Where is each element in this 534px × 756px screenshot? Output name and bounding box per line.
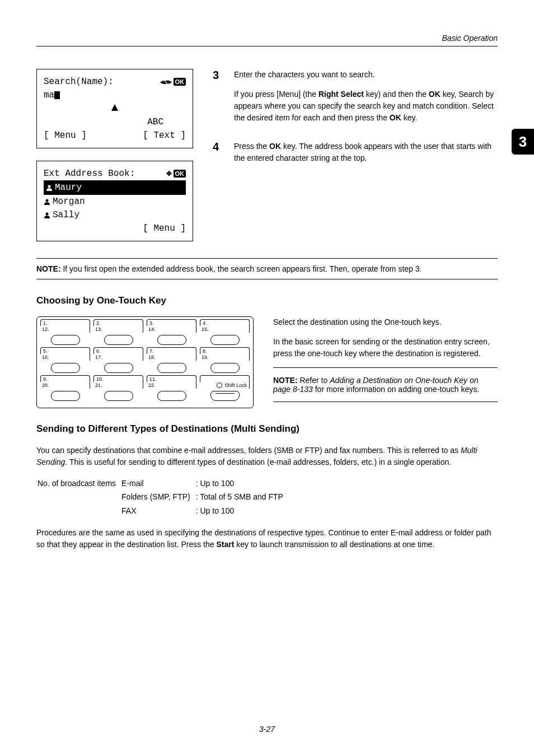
onetouch-key[interactable] [104, 363, 133, 373]
key-label: 2. [96, 320, 101, 326]
key-label: 19. [202, 354, 209, 360]
nav-ok-icon: ◂▴▾▸ OK [160, 77, 186, 87]
person-icon [44, 198, 50, 205]
divider [273, 367, 498, 368]
onetouch-p2: In the basic screen for sending or the d… [273, 336, 498, 360]
onetouch-key[interactable] [210, 335, 240, 345]
divider [273, 402, 498, 402]
step-4: 4 Press the OK key. The address book app… [213, 141, 498, 164]
onetouch-key[interactable] [51, 335, 80, 345]
onetouch-panel: 1.12. 2.13. 3.14. 4.15. 5.16. 6.17. 7.18… [36, 316, 254, 408]
broadcast-val: : Up to 100 [196, 477, 288, 489]
page-number: 3-27 [0, 725, 534, 734]
key-label: 22. [148, 382, 156, 388]
lcd-ab-item: Morgan [44, 195, 186, 208]
onetouch-key[interactable] [51, 391, 80, 401]
key-label: 20. [42, 382, 49, 388]
lcd-search-input: ma [44, 88, 186, 102]
key-label: 21. [95, 382, 102, 388]
key-label: 8. [203, 348, 207, 354]
heading-multisending: Sending to Different Types of Destinatio… [36, 423, 498, 435]
svg-point-2 [46, 212, 49, 215]
broadcast-label: No. of broadcast items [38, 477, 120, 489]
key-label: 3. [149, 320, 154, 326]
key-label: 14. [148, 326, 156, 332]
lcd-address-book: Ext Address Book: ✥ OK Maury Morgan Sall… [36, 161, 193, 241]
key-label: 1. [43, 320, 48, 326]
nav-ok-icon: ✥ OK [166, 169, 186, 179]
page-header: Basic Operation [36, 34, 498, 46]
shift-led-icon [217, 382, 222, 388]
lcd-search: Search(Name): ◂▴▾▸ OK ma ABC [ Menu ] [ … [36, 69, 193, 148]
chapter-tab: 3 [512, 129, 534, 155]
step-3: 3 Enter the characters you want to searc… [213, 69, 498, 124]
key-label: 16. [42, 354, 49, 360]
lcd-ab-item-selected: Maury [44, 180, 186, 195]
softkey-text: [ Text ] [143, 129, 186, 142]
shift-lock-key[interactable] [210, 391, 240, 401]
key-label: 4. [203, 320, 207, 326]
lcd-ab-title: Ext Address Book: [44, 167, 135, 180]
key-label: 6. [96, 348, 101, 354]
broadcast-key: Folders (SMP, FTP) [121, 491, 195, 503]
signal-icon [111, 104, 118, 111]
key-label: 18. [148, 354, 156, 360]
onetouch-key[interactable] [157, 335, 186, 345]
shift-lock-label: Shift Lock [224, 382, 247, 388]
onetouch-key[interactable] [210, 363, 240, 373]
header-title: Basic Operation [442, 34, 498, 43]
key-label: 9. [43, 376, 48, 382]
onetouch-key[interactable] [157, 391, 186, 401]
lcd-mode: ABC [147, 115, 163, 129]
lcd-search-title: Search(Name): [44, 75, 114, 88]
broadcast-key: FAX [121, 505, 195, 517]
softkey-menu: [ Menu ] [44, 129, 87, 142]
softkey-menu: [ Menu ] [143, 222, 186, 235]
onetouch-key[interactable] [104, 391, 133, 401]
svg-point-0 [48, 185, 51, 188]
step-3-text: Enter the characters you want to search. [234, 69, 498, 81]
heading-onetouch: Choosing by One-Touch Key [36, 295, 498, 306]
step-4-text: Press the OK key. The address book appea… [234, 141, 498, 164]
key-label: 17. [95, 354, 102, 360]
person-icon [46, 184, 53, 191]
onetouch-key[interactable] [104, 335, 133, 345]
multisending-p1: You can specify destinations that combin… [36, 445, 498, 468]
key-label: 7. [149, 348, 154, 354]
lcd-ab-item: Sally [44, 208, 186, 222]
key-label: 10. [96, 376, 104, 382]
onetouch-key[interactable] [157, 363, 186, 373]
onetouch-note: NOTE: Refer to Adding a Destination on O… [273, 376, 498, 394]
cursor-icon [54, 91, 60, 99]
lcd-stack: Search(Name): ◂▴▾▸ OK ma ABC [ Menu ] [ … [36, 69, 193, 241]
svg-point-1 [46, 199, 49, 202]
key-label: 5. [43, 348, 48, 354]
broadcast-key: E-mail [121, 477, 195, 489]
key-label: 11. [149, 376, 157, 382]
note-1-text: If you first open the extended address b… [63, 264, 421, 273]
key-label: 15. [202, 326, 209, 332]
signal-row [44, 102, 186, 115]
broadcast-val: : Up to 100 [196, 505, 288, 517]
broadcast-table: No. of broadcast items E-mail : Up to 10… [36, 476, 289, 518]
multisending-p2: Procedures are the same as used in speci… [36, 527, 498, 550]
person-icon [44, 212, 50, 218]
key-label: 13. [95, 326, 102, 332]
onetouch-p1: Select the destination using the One-tou… [273, 316, 498, 328]
key-label: 12. [42, 326, 49, 332]
step-3-detail: If you press [Menu] (the Right Select ke… [234, 88, 498, 124]
onetouch-key[interactable] [51, 363, 80, 373]
broadcast-val: : Total of 5 SMB and FTP [196, 491, 288, 503]
note-block-1: NOTE: If you first open the extended add… [36, 258, 498, 279]
